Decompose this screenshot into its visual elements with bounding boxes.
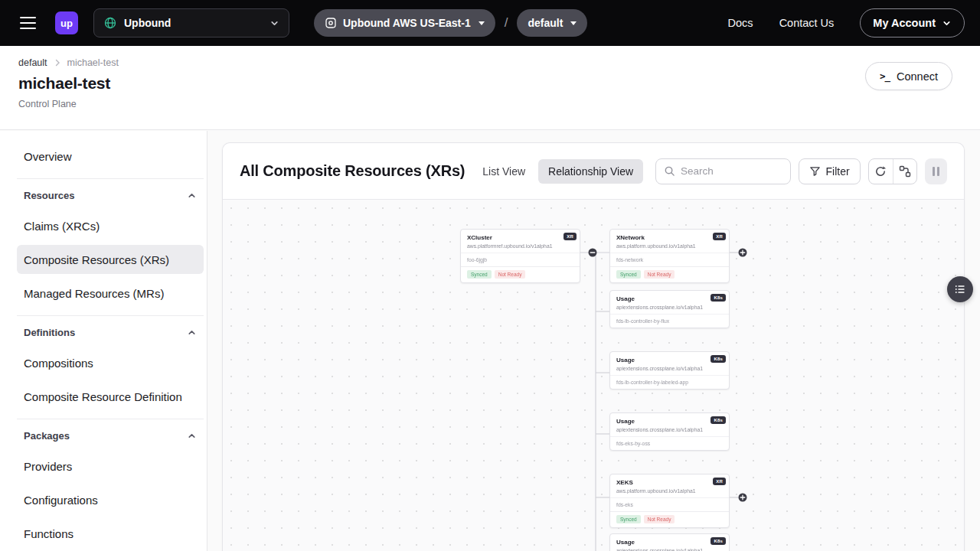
my-account-label: My Account xyxy=(873,17,936,29)
upbound-logo: up xyxy=(55,11,78,34)
pause-icon xyxy=(933,167,935,176)
sidebar-item-configurations[interactable]: Configurations xyxy=(17,485,204,514)
sidebar-item-managed-resources[interactable]: Managed Resources (MRs) xyxy=(17,279,204,308)
graph-node[interactable]: XR XNetwork aws.platform.upbound.io/v1al… xyxy=(609,229,730,283)
filter-label: Filter xyxy=(826,165,850,178)
graph-node[interactable]: K8s Usage apiextensions.crossplane.io/v1… xyxy=(609,533,730,551)
caret-down-icon xyxy=(570,21,577,25)
node-name: fds-network xyxy=(610,253,729,266)
graph-node[interactable]: XR XCluster aws.platformref.upbound.io/v… xyxy=(460,229,580,283)
status-badge: Not Ready xyxy=(495,270,526,279)
group-selector-label: default xyxy=(528,17,563,29)
search-input[interactable] xyxy=(681,165,782,177)
node-kind-badge: K8s xyxy=(710,294,726,302)
graph-node[interactable]: K8s Usage apiextensions.crossplane.io/v1… xyxy=(609,412,730,451)
relationship-graph-canvas[interactable]: XR XCluster aws.platformref.upbound.io/v… xyxy=(223,199,964,551)
nav-link-docs[interactable]: Docs xyxy=(728,17,753,29)
control-plane-icon xyxy=(325,17,337,29)
refresh-button[interactable] xyxy=(869,159,893,184)
tab-list-view[interactable]: List View xyxy=(472,159,535,184)
sidebar: Overview Resources Claims (XRCs) Composi… xyxy=(0,131,207,551)
search-box xyxy=(655,158,790,184)
sidebar-section-resources: Resources Claims (XRCs) Composite Resour… xyxy=(17,178,204,308)
filter-button[interactable]: Filter xyxy=(799,158,861,184)
auto-layout-button[interactable] xyxy=(893,159,916,184)
node-kind-badge: K8s xyxy=(710,416,726,424)
search-icon xyxy=(664,165,675,177)
legend-icon xyxy=(954,283,966,295)
breadcrumb-separator-icon xyxy=(54,59,61,67)
connect-label: Connect xyxy=(897,70,938,83)
chevron-up-icon xyxy=(187,328,197,337)
graph-node[interactable]: K8s Usage apiextensions.crossplane.io/v1… xyxy=(609,351,730,390)
menu-button[interactable] xyxy=(15,11,40,35)
pause-button[interactable] xyxy=(925,158,947,184)
terminal-icon: >_ xyxy=(880,70,890,82)
org-selector-label: Upbound xyxy=(124,17,171,29)
nav-link-contact-us[interactable]: Contact Us xyxy=(779,17,835,29)
topbar: up Upbound Upbound AWS US-East-1 / defau… xyxy=(0,0,980,46)
control-plane-selector[interactable]: Upbound AWS US-East-1 xyxy=(314,9,495,37)
sidebar-item-overview[interactable]: Overview xyxy=(17,142,204,171)
node-status-row: SyncedNot Ready xyxy=(461,266,580,282)
node-api: apiextensions.crossplane.io/v1alpha1 xyxy=(616,366,723,371)
sidebar-item-functions[interactable]: Functions xyxy=(17,519,204,548)
connect-button[interactable]: >_ Connect xyxy=(865,62,952,90)
main-panel: All Composite Resources (XRs) List View … xyxy=(222,142,965,551)
sidebar-item-providers[interactable]: Providers xyxy=(17,452,204,481)
node-title: XCluster xyxy=(467,234,573,242)
graph-node[interactable]: XR XEKS aws.platform.upbound.io/v1alpha1… xyxy=(609,474,730,528)
node-api: aws.platform.upbound.io/v1alpha1 xyxy=(616,488,723,494)
panel-header: All Composite Resources (XRs) List View … xyxy=(223,143,964,199)
page-subtitle: Control Plane xyxy=(18,99,962,109)
node-name: fds-lb-controller-by-flux xyxy=(610,314,729,328)
breadcrumb-item-default[interactable]: default xyxy=(18,57,47,68)
sidebar-section-resources-header[interactable]: Resources xyxy=(17,188,204,202)
node-api: apiextensions.crossplane.io/v1alpha1 xyxy=(616,548,723,551)
breadcrumb: default michael-test xyxy=(18,57,962,68)
sidebar-item-claims[interactable]: Claims (XRCs) xyxy=(17,211,204,240)
filter-icon xyxy=(809,165,821,177)
my-account-button[interactable]: My Account xyxy=(860,8,965,37)
legend-toggle-button[interactable] xyxy=(947,276,973,302)
sidebar-item-compositions[interactable]: Compositions xyxy=(17,348,204,377)
node-api: apiextensions.crossplane.io/v1alpha1 xyxy=(616,305,723,310)
node-kind-badge: XR xyxy=(564,233,577,240)
graph-node[interactable]: K8s Usage apiextensions.crossplane.io/v1… xyxy=(609,290,730,328)
node-title: XNetwork xyxy=(616,234,723,242)
path-separator: / xyxy=(505,15,508,31)
graph-node-layer: XR XCluster aws.platformref.upbound.io/v… xyxy=(223,200,964,551)
refresh-icon xyxy=(874,165,887,178)
tab-relationship-view[interactable]: Relationship View xyxy=(538,159,643,184)
breadcrumb-item-current: michael-test xyxy=(67,57,119,68)
node-name: fds-eks-by-oss xyxy=(610,436,729,450)
node-title: XEKS xyxy=(616,479,723,487)
node-title: Usage xyxy=(616,357,723,364)
node-kind-badge: K8s xyxy=(710,355,726,363)
status-badge: Synced xyxy=(616,515,641,523)
section-title: Resources xyxy=(24,190,74,201)
node-name: foo-6jgjb xyxy=(461,253,580,266)
sidebar-section-definitions: Definitions Compositions Composite Resou… xyxy=(17,315,204,411)
node-status-row: SyncedNot Ready xyxy=(610,266,729,282)
node-kind-badge: XR xyxy=(713,233,726,240)
section-title: Definitions xyxy=(24,327,75,338)
caret-down-icon xyxy=(479,21,485,25)
chevron-down-icon xyxy=(270,18,279,28)
graph-controls xyxy=(868,158,917,184)
node-api: apiextensions.crossplane.io/v1alpha1 xyxy=(616,427,723,432)
sidebar-section-definitions-header[interactable]: Definitions xyxy=(17,325,204,339)
sidebar-item-composite-resources[interactable]: Composite Resources (XRs) xyxy=(17,245,204,274)
sidebar-item-composite-resource-definition[interactable]: Composite Resource Definition xyxy=(17,382,204,411)
chevron-up-icon xyxy=(187,191,197,201)
page-header: default michael-test michael-test Contro… xyxy=(0,46,980,130)
section-title: Packages xyxy=(24,430,70,442)
status-badge: Not Ready xyxy=(644,515,675,523)
node-api: aws.platformref.upbound.io/v1alpha1 xyxy=(467,243,573,249)
node-name: fds-eks xyxy=(610,497,729,511)
group-selector[interactable]: default xyxy=(517,9,587,37)
org-selector-dropdown[interactable]: Upbound xyxy=(93,8,289,37)
control-plane-label: Upbound AWS US-East-1 xyxy=(343,17,471,29)
workflow-icon xyxy=(899,165,911,178)
sidebar-section-packages-header[interactable]: Packages xyxy=(17,429,204,442)
